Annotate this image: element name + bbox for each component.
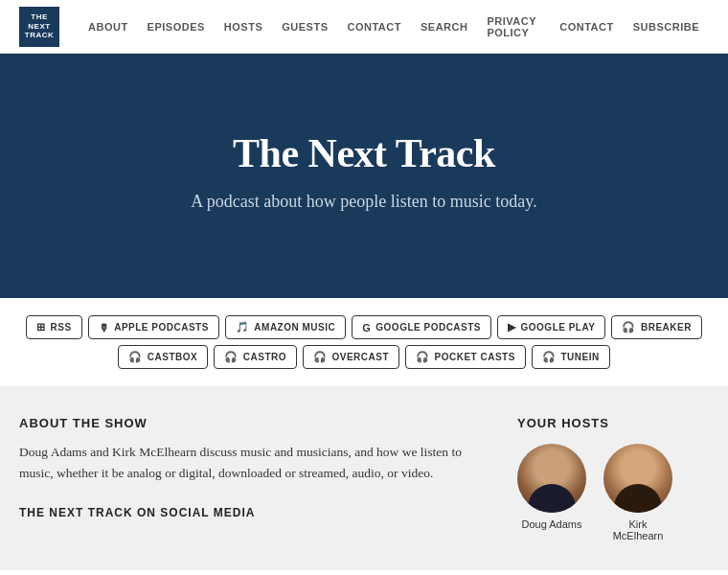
tunein-icon: 🎧 <box>542 351 557 363</box>
overcast-icon: 🎧 <box>313 351 328 363</box>
google-podcasts-icon: G <box>362 322 371 334</box>
nav-subscribe[interactable]: SUBSCRIBE <box>624 21 709 33</box>
hosts-section: YOUR HOSTS Doug Adams KirkMcElhearn <box>517 416 709 541</box>
amazon-label: AMAZON MUSIC <box>254 322 335 333</box>
subscribe-google-play[interactable]: ▶ GOOGLE PLAY <box>497 315 605 339</box>
hosts-section-title: YOUR HOSTS <box>517 416 709 430</box>
subscribe-pocket-casts[interactable]: 🎧 POCKET CASTS <box>405 345 526 369</box>
hero-subtitle: A podcast about how people listen to mus… <box>19 192 709 212</box>
hosts-row: Doug Adams KirkMcElhearn <box>517 444 709 541</box>
subscribe-overcast[interactable]: 🎧 OVERCAST <box>303 345 399 369</box>
subscribe-breaker[interactable]: 🎧 BREAKER <box>611 315 701 339</box>
pocket-casts-icon: 🎧 <box>416 351 430 363</box>
host-name-kirk: KirkMcElhearn <box>613 518 664 541</box>
nav-contact-2[interactable]: CONTACT <box>550 21 623 33</box>
subscribe-castbox[interactable]: 🎧 CASTBOX <box>118 345 208 369</box>
google-play-label: GOOGLE PLAY <box>521 322 596 333</box>
site-logo[interactable]: THENEXTTRACK <box>19 7 59 47</box>
nav-hosts[interactable]: HOSTS <box>215 21 272 33</box>
nav-episodes[interactable]: EPISODES <box>138 21 215 33</box>
logo-text: THENEXTTRACK <box>25 12 55 40</box>
right-column: YOUR HOSTS Doug Adams KirkMcElhearn <box>517 416 709 541</box>
left-column: ABOUT THE SHOW Doug Adams and Kirk McElh… <box>19 416 479 541</box>
breaker-label: BREAKER <box>641 322 692 333</box>
subscribe-apple[interactable]: 🎙 APPLE PODCASTS <box>88 315 219 339</box>
host-item-kirk: KirkMcElhearn <box>603 444 672 541</box>
amazon-icon: 🎵 <box>236 321 250 334</box>
overcast-label: OVERCAST <box>332 352 390 362</box>
rss-icon: ⊞ <box>36 321 46 334</box>
apple-label: APPLE PODCASTS <box>114 322 209 333</box>
avatar-doug <box>517 444 586 513</box>
subscribe-tunein[interactable]: 🎧 TUNEIN <box>532 345 610 369</box>
subscribe-google-podcasts[interactable]: G GOOGLE PODCASTS <box>352 315 491 339</box>
main-nav: ABOUT EPISODES HOSTS GUESTS CONTACT SEAR… <box>79 15 709 38</box>
hero-section: The Next Track A podcast about how peopl… <box>0 54 728 298</box>
subscribe-rss[interactable]: ⊞ RSS <box>26 315 82 339</box>
content-area: ABOUT THE SHOW Doug Adams and Kirk McElh… <box>0 387 728 570</box>
rss-label: RSS <box>51 322 72 333</box>
castro-icon: 🎧 <box>224 351 239 363</box>
subscribe-amazon[interactable]: 🎵 AMAZON MUSIC <box>225 315 346 339</box>
tunein-label: TUNEIN <box>560 352 599 362</box>
nav-guests[interactable]: GUESTS <box>272 21 337 33</box>
avatar-kirk <box>603 444 672 513</box>
host-name-doug: Doug Adams <box>522 518 582 530</box>
apple-icon: 🎙 <box>99 322 110 334</box>
host-item-doug: Doug Adams <box>517 444 586 541</box>
subscribe-bar: ⊞ RSS 🎙 APPLE PODCASTS 🎵 AMAZON MUSIC G … <box>0 298 728 387</box>
castbox-icon: 🎧 <box>128 351 143 363</box>
site-header: THENEXTTRACK ABOUT EPISODES HOSTS GUESTS… <box>0 0 728 54</box>
about-section-title: ABOUT THE SHOW <box>19 416 479 430</box>
nav-contact-1[interactable]: CONTACT <box>338 21 411 33</box>
nav-about[interactable]: ABOUT <box>79 21 138 33</box>
pocket-casts-label: POCKET CASTS <box>435 352 515 362</box>
subscribe-castro[interactable]: 🎧 CASTRO <box>214 345 297 369</box>
google-play-icon: ▶ <box>508 321 516 334</box>
castro-label: CASTRO <box>243 352 286 362</box>
about-text: Doug Adams and Kirk McElhearn discuss mu… <box>19 442 479 483</box>
nav-search[interactable]: SEARCH <box>411 21 477 33</box>
castbox-label: CASTBOX <box>148 352 197 362</box>
social-section-title: THE NEXT TRACK ON SOCIAL MEDIA <box>19 506 479 519</box>
google-podcasts-label: GOOGLE PODCASTS <box>375 322 481 333</box>
hero-title: The Next Track <box>19 130 709 176</box>
nav-privacy-policy[interactable]: PRIVACY POLICY <box>477 15 550 38</box>
breaker-icon: 🎧 <box>622 321 636 334</box>
